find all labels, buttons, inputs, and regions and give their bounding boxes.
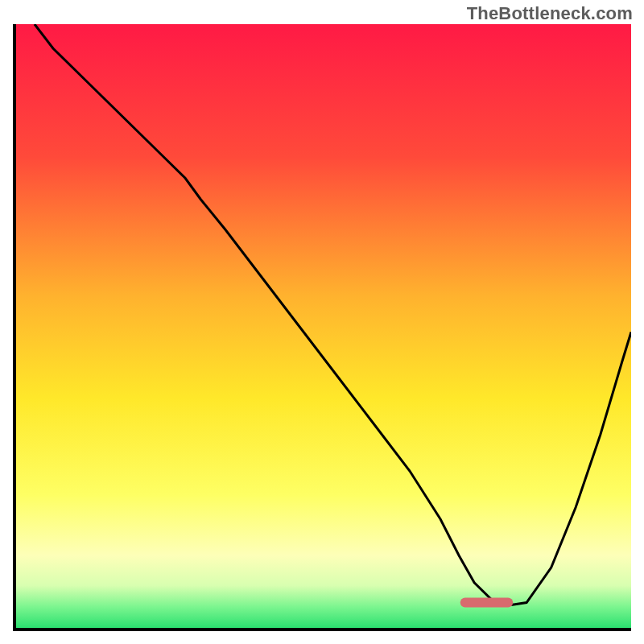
chart-background xyxy=(16,24,631,628)
plot-frame xyxy=(13,24,631,631)
plot-inner xyxy=(16,24,631,628)
chart-container: TheBottleneck.com xyxy=(0,0,644,644)
watermark-text: TheBottleneck.com xyxy=(467,3,633,24)
chart-svg xyxy=(16,24,631,628)
